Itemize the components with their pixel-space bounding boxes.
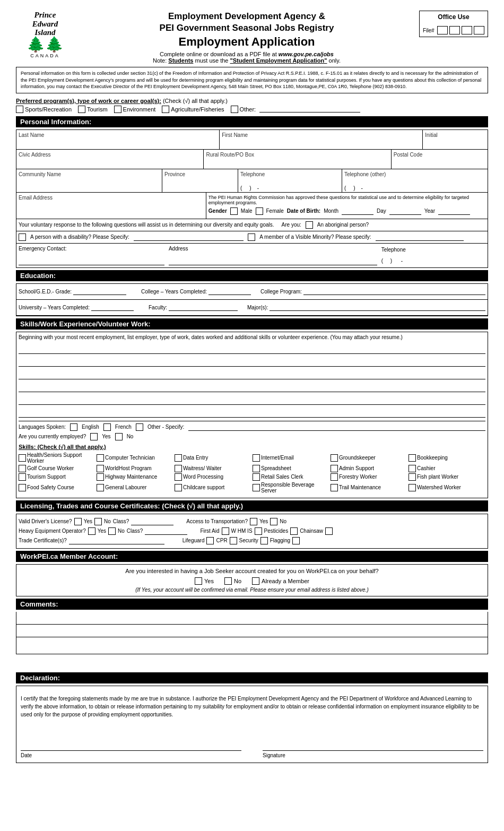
skill-label: Golf Course Worker	[27, 465, 74, 471]
skill-checkbox[interactable]	[97, 465, 104, 472]
skill-checkbox[interactable]	[253, 484, 260, 491]
workpei-already-option: Already a Member	[252, 577, 309, 585]
emergency-address-field[interactable]	[169, 257, 377, 265]
visible-minority-checkbox[interactable]	[248, 233, 255, 241]
skill-checkbox[interactable]	[331, 454, 338, 462]
workpei-already-checkbox[interactable]	[252, 577, 259, 585]
flagging-checkbox[interactable]	[292, 537, 300, 544]
trade-cert-field[interactable]	[69, 537, 164, 544]
skill-checkbox[interactable]	[253, 473, 260, 481]
comments-line-3[interactable]	[16, 637, 488, 650]
exp-line-1[interactable]	[19, 342, 485, 354]
other-lang-checkbox[interactable]	[136, 423, 143, 431]
skill-checkbox[interactable]	[331, 473, 338, 481]
skill-checkbox[interactable]	[97, 484, 104, 491]
month-field[interactable]	[342, 207, 373, 215]
faculty-label: Faculty:	[149, 305, 167, 310]
class2-field[interactable]	[145, 527, 187, 535]
heavy-yes-checkbox[interactable]	[88, 527, 95, 535]
skill-checkbox[interactable]	[175, 484, 182, 491]
access-yes-checkbox[interactable]	[250, 518, 257, 525]
privacy-text: Personal information on this form is col…	[21, 71, 481, 89]
french-checkbox[interactable]	[103, 423, 111, 431]
skill-checkbox[interactable]	[175, 465, 182, 472]
languages-row: Languages Spoken: English French Other -…	[19, 421, 485, 431]
other-field[interactable]	[259, 106, 360, 112]
checkbox-icon[interactable]	[114, 106, 121, 113]
skill-label: Bookkeeping	[417, 455, 448, 461]
disability-checkbox[interactable]	[19, 233, 26, 241]
exp-line-5[interactable]	[19, 393, 485, 405]
lifeguard-checkbox[interactable]	[206, 537, 214, 544]
access-no-checkbox[interactable]	[270, 518, 277, 525]
aboriginal-checkbox[interactable]	[306, 221, 313, 229]
drivers-no-checkbox[interactable]	[94, 518, 102, 525]
skill-checkbox[interactable]	[19, 473, 26, 481]
civic-label: Civic Address	[19, 152, 200, 158]
workpei-no-checkbox[interactable]	[224, 577, 232, 585]
college-years-field[interactable]	[208, 288, 251, 295]
drivers-no-label: No	[104, 518, 111, 524]
year-field[interactable]	[438, 207, 470, 215]
emergency-contact-field[interactable]	[19, 257, 164, 265]
class-field[interactable]	[131, 518, 173, 525]
skill-checkbox[interactable]	[19, 465, 26, 472]
heavy-no-checkbox[interactable]	[108, 527, 116, 535]
pesticides-checkbox[interactable]	[290, 527, 298, 535]
skill-checkbox[interactable]	[253, 454, 260, 462]
skill-checkbox[interactable]	[97, 454, 104, 462]
workpei-yes-checkbox[interactable]	[195, 577, 202, 585]
male-checkbox[interactable]	[230, 207, 238, 215]
first-aid-checkbox[interactable]	[222, 527, 229, 535]
other-lang-field[interactable]	[188, 423, 485, 431]
visible-minority-field[interactable]	[376, 233, 464, 241]
skill-item: Food Safety Course	[19, 482, 95, 494]
checkbox-icon[interactable]	[78, 106, 85, 113]
employed-yes-checkbox[interactable]	[90, 433, 98, 440]
checkbox-icon[interactable]	[16, 106, 23, 113]
security-checkbox[interactable]	[260, 537, 268, 544]
skill-item: Health/Seniors Support Worker	[19, 452, 95, 464]
skill-checkbox[interactable]	[97, 473, 104, 481]
skill-checkbox[interactable]	[409, 484, 416, 491]
chainsaw-checkbox[interactable]	[325, 527, 333, 535]
drivers-yes-label: Yes	[84, 518, 92, 524]
skill-checkbox[interactable]	[253, 465, 260, 472]
exp-line-4[interactable]	[19, 380, 485, 392]
whmis-checkbox[interactable]	[255, 527, 262, 535]
university-years-field[interactable]	[91, 304, 134, 311]
skill-label: Trail Maintenance	[339, 484, 381, 490]
comments-line-2[interactable]	[16, 625, 488, 637]
skill-label: Highway Maintenance	[105, 474, 157, 480]
english-checkbox[interactable]	[70, 423, 77, 431]
skill-checkbox[interactable]	[409, 465, 416, 472]
skill-checkbox[interactable]	[409, 473, 416, 481]
skill-checkbox[interactable]	[175, 454, 182, 462]
skill-item: Spreadsheet	[253, 465, 329, 472]
first-name-cell: First Name	[220, 130, 423, 149]
skill-checkbox[interactable]	[409, 454, 416, 462]
college-program-field[interactable]	[303, 288, 485, 295]
skill-label: Retail Sales Clerk	[261, 474, 303, 480]
skill-checkbox[interactable]	[19, 454, 26, 462]
majors-field[interactable]	[270, 304, 485, 311]
skill-checkbox[interactable]	[175, 473, 182, 481]
drivers-yes-checkbox[interactable]	[74, 518, 82, 525]
skill-checkbox[interactable]	[19, 484, 26, 491]
exp-line-6[interactable]	[19, 406, 485, 418]
checkbox-icon[interactable]	[162, 106, 169, 113]
checkbox-icon[interactable]	[231, 106, 238, 113]
school-field[interactable]	[73, 288, 126, 295]
employed-no-checkbox[interactable]	[115, 433, 123, 440]
day-field[interactable]	[389, 207, 421, 215]
skill-checkbox[interactable]	[331, 465, 338, 472]
female-checkbox[interactable]	[256, 207, 263, 215]
skill-label: WorldHost Program	[105, 465, 152, 471]
cpr-checkbox[interactable]	[230, 537, 237, 544]
comments-line-1[interactable]	[16, 612, 488, 625]
exp-line-2[interactable]	[19, 355, 485, 367]
disability-specify-field[interactable]	[134, 233, 244, 241]
skill-checkbox[interactable]	[331, 484, 338, 491]
exp-line-3[interactable]	[19, 368, 485, 379]
faculty-field[interactable]	[169, 304, 238, 311]
